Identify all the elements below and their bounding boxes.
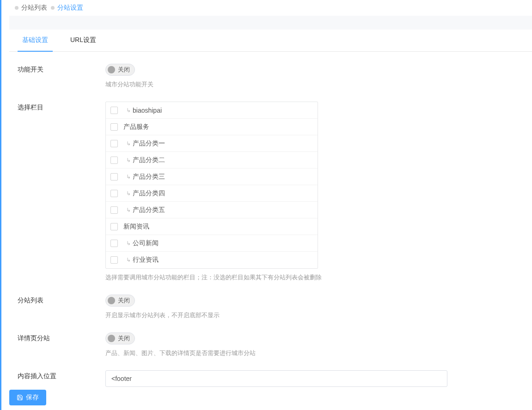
tree-item-label: ↳产品分类三 bbox=[123, 173, 165, 181]
breadcrumb-label: 分站列表 bbox=[21, 4, 47, 12]
label-site-list-switch: 分站列表 bbox=[18, 295, 105, 320]
label-detail-switch: 详情页分站 bbox=[18, 332, 105, 357]
tree-item[interactable]: ↳公司新闻 bbox=[106, 235, 318, 252]
dot-icon bbox=[15, 6, 18, 10]
tree-item-text: 产品分类五 bbox=[133, 206, 165, 214]
breadcrumb-label: 分站设置 bbox=[57, 4, 83, 12]
checkbox[interactable] bbox=[110, 206, 118, 214]
tree-item-label: 产品服务 bbox=[123, 123, 149, 131]
row-detail-switch: 详情页分站 关闭 产品、新闻、图片、下载的详情页是否需要进行城市分站 bbox=[18, 332, 524, 357]
form-area: 功能开关 关闭 城市分站功能开关 选择栏目 ↳biaoshipai产品服务↳产品… bbox=[9, 52, 532, 410]
control-site-list-switch: 关闭 开启显示城市分站列表，不开启底部不显示 bbox=[105, 295, 447, 320]
tab-url-settings[interactable]: URL设置 bbox=[66, 30, 101, 51]
label-feature-switch: 功能开关 bbox=[18, 64, 105, 89]
tree-item-text: 公司新闻 bbox=[133, 239, 159, 247]
page-wrapper: 分站列表 分站设置 基础设置 URL设置 功能开关 关闭 城市分站功能开关 bbox=[0, 0, 532, 410]
feature-switch-toggle[interactable]: 关闭 bbox=[105, 64, 135, 76]
site-list-switch-toggle[interactable]: 关闭 bbox=[105, 295, 135, 307]
row-site-list-switch: 分站列表 关闭 开启显示城市分站列表，不开启底部不显示 bbox=[18, 295, 524, 320]
tree-item-text: 产品分类二 bbox=[133, 156, 165, 164]
help-detail-switch: 产品、新闻、图片、下载的详情页是否需要进行城市分站 bbox=[105, 349, 447, 357]
help-site-list-switch: 开启显示城市分站列表，不开启底部不显示 bbox=[105, 311, 447, 320]
tree-item[interactable]: ↳biaoshipai bbox=[106, 102, 318, 119]
tree-item[interactable]: ↳产品分类三 bbox=[106, 169, 318, 185]
insert-position-input[interactable] bbox=[105, 370, 447, 387]
tree-item-text: biaoshipai bbox=[133, 107, 162, 114]
detail-switch-toggle[interactable]: 关闭 bbox=[105, 332, 135, 344]
tree-item-label: ↳biaoshipai bbox=[123, 107, 162, 114]
tree-item-text: 产品分类三 bbox=[133, 173, 165, 181]
save-icon bbox=[17, 394, 23, 401]
tree-item[interactable]: ↳行业资讯 bbox=[106, 252, 318, 268]
tree-item-label: ↳行业资讯 bbox=[123, 256, 159, 264]
help-feature-switch: 城市分站功能开关 bbox=[105, 80, 447, 89]
checkbox[interactable] bbox=[110, 173, 118, 181]
breadcrumb-item[interactable]: 分站设置 bbox=[51, 4, 83, 12]
breadcrumb: 分站列表 分站设置 bbox=[9, 0, 532, 16]
save-button-label: 保存 bbox=[26, 393, 39, 402]
switch-knob-icon bbox=[108, 335, 115, 342]
control-select-columns: ↳biaoshipai产品服务↳产品分类一↳产品分类二↳产品分类三↳产品分类四↳… bbox=[105, 102, 447, 282]
label-select-columns: 选择栏目 bbox=[18, 102, 105, 282]
switch-state: 关闭 bbox=[118, 334, 130, 343]
save-button[interactable]: 保存 bbox=[9, 390, 46, 405]
tree-item[interactable]: ↳产品分类二 bbox=[106, 152, 318, 169]
child-arrow-icon: ↳ bbox=[126, 190, 131, 197]
switch-knob-icon bbox=[108, 66, 115, 73]
checkbox[interactable] bbox=[110, 157, 118, 164]
tree-item[interactable]: 新闻资讯 bbox=[106, 218, 318, 235]
child-arrow-icon: ↳ bbox=[126, 140, 131, 147]
control-detail-switch: 关闭 产品、新闻、图片、下载的详情页是否需要进行城市分站 bbox=[105, 332, 447, 357]
control-insert-position bbox=[105, 370, 447, 387]
tree-item[interactable]: ↳产品分类一 bbox=[106, 135, 318, 152]
tree-item-text: 产品分类四 bbox=[133, 189, 165, 198]
breadcrumb-item[interactable]: 分站列表 bbox=[15, 4, 47, 12]
tab-basic-settings[interactable]: 基础设置 bbox=[18, 30, 53, 52]
tree-item-label: ↳产品分类五 bbox=[123, 206, 165, 214]
row-feature-switch: 功能开关 关闭 城市分站功能开关 bbox=[18, 64, 524, 89]
spacer bbox=[9, 16, 532, 30]
tabs: 基础设置 URL设置 bbox=[9, 30, 532, 52]
child-arrow-icon: ↳ bbox=[126, 207, 131, 213]
tree-item[interactable]: ↳产品分类四 bbox=[106, 185, 318, 202]
tree-item-label: ↳产品分类四 bbox=[123, 189, 165, 198]
label-insert-position: 内容插入位置 bbox=[18, 370, 105, 387]
child-arrow-icon: ↳ bbox=[126, 107, 131, 114]
switch-state: 关闭 bbox=[118, 296, 130, 305]
dot-icon bbox=[51, 6, 55, 10]
checkbox[interactable] bbox=[110, 240, 118, 247]
child-arrow-icon: ↳ bbox=[126, 257, 131, 263]
child-arrow-icon: ↳ bbox=[126, 240, 131, 247]
checkbox[interactable] bbox=[110, 123, 118, 131]
tree-item-text: 产品服务 bbox=[123, 123, 149, 131]
checkbox[interactable] bbox=[110, 190, 118, 197]
switch-knob-icon bbox=[108, 297, 115, 304]
checkbox[interactable] bbox=[110, 256, 118, 264]
footer-bar: 保存 bbox=[9, 390, 46, 405]
row-select-columns: 选择栏目 ↳biaoshipai产品服务↳产品分类一↳产品分类二↳产品分类三↳产… bbox=[18, 102, 524, 282]
column-tree: ↳biaoshipai产品服务↳产品分类一↳产品分类二↳产品分类三↳产品分类四↳… bbox=[105, 102, 318, 269]
child-arrow-icon: ↳ bbox=[126, 174, 131, 180]
switch-state: 关闭 bbox=[118, 66, 130, 74]
tree-item-text: 新闻资讯 bbox=[123, 223, 149, 231]
tree-item-label: ↳产品分类一 bbox=[123, 139, 165, 148]
checkbox[interactable] bbox=[110, 140, 118, 147]
tree-item[interactable]: 产品服务 bbox=[106, 119, 318, 135]
help-select-columns: 选择需要调用城市分站功能的栏目；注：没选的栏目如果其下有分站列表会被删除 bbox=[105, 273, 447, 282]
page-content: 分站列表 分站设置 基础设置 URL设置 功能开关 关闭 城市分站功能开关 bbox=[9, 0, 532, 410]
row-insert-position: 内容插入位置 bbox=[18, 370, 524, 387]
checkbox[interactable] bbox=[110, 107, 118, 114]
tree-item-label: 新闻资讯 bbox=[123, 223, 149, 231]
control-feature-switch: 关闭 城市分站功能开关 bbox=[105, 64, 447, 89]
tree-item-label: ↳产品分类二 bbox=[123, 156, 165, 164]
tree-item-text: 产品分类一 bbox=[133, 139, 165, 148]
tree-item-label: ↳公司新闻 bbox=[123, 239, 159, 247]
tree-item[interactable]: ↳产品分类五 bbox=[106, 202, 318, 218]
tree-item-text: 行业资讯 bbox=[133, 256, 159, 264]
checkbox[interactable] bbox=[110, 223, 118, 230]
child-arrow-icon: ↳ bbox=[126, 157, 131, 163]
